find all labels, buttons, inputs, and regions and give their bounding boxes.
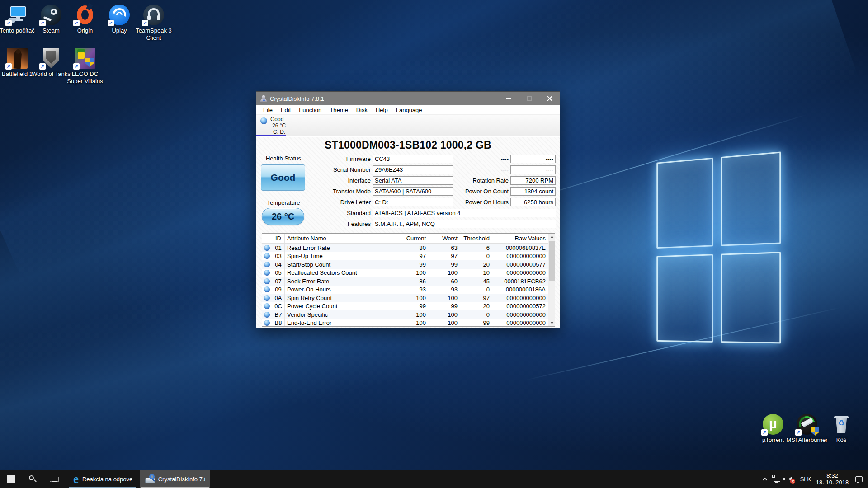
close-button[interactable]	[539, 92, 560, 105]
action-center-icon	[855, 476, 863, 482]
volume-tray-icon[interactable]: ✕	[783, 470, 797, 488]
smart-table-row[interactable]: 0A Spin Retry Count 100 100 97 000000000…	[262, 294, 555, 302]
info-row: Features S.M.A.R.T., APM, NCQ	[256, 218, 558, 229]
menu-item[interactable]: Edit	[277, 107, 295, 113]
maximize-button[interactable]	[519, 92, 539, 105]
disk-tab-status: Good	[270, 116, 286, 122]
info-label: ----	[446, 166, 510, 173]
info-value-field[interactable]: ----	[510, 165, 556, 174]
cell-worst: 60	[429, 277, 461, 286]
smart-table-row[interactable]: 01 Read Error Rate 80 63 6 00000680837E	[262, 244, 555, 252]
header-current: Current	[399, 234, 429, 243]
cell-id: B7	[272, 310, 285, 319]
info-value-field[interactable]: SATA/600 | SATA/600	[373, 187, 453, 196]
cell-threshold: 0	[461, 252, 493, 261]
cell-raw-values: 000000000000	[493, 269, 548, 277]
taskbar: e Reakcia na odpove... CrystalDiskInfo 7…	[0, 470, 868, 488]
cell-attribute-name: Read Error Rate	[285, 244, 399, 252]
info-label: Power On Hours	[446, 199, 510, 206]
shortcut-arrow-icon: ↗	[39, 20, 46, 26]
menu-item[interactable]: Language	[392, 107, 426, 113]
smart-table-row[interactable]: B8 End-to-End Error 100 100 99 000000000…	[262, 319, 555, 327]
tray-date: 18. 10. 2018	[816, 479, 849, 486]
clock[interactable]: 8:32 18. 10. 2018	[815, 470, 850, 488]
cell-current: 99	[399, 260, 429, 269]
start-button[interactable]	[0, 470, 22, 488]
info-label: Power On Count	[446, 188, 510, 195]
task-view-button[interactable]	[43, 470, 65, 488]
info-value-field[interactable]: Serial ATA	[373, 176, 453, 185]
desktop-icon-teamspeak[interactable]: ↗ TeamSpeak 3 Client	[133, 5, 175, 41]
smart-table-row[interactable]: 03 Spin-Up Time 97 97 0 000000000000	[262, 252, 555, 261]
smart-table-row[interactable]: 05 Reallocated Sectors Count 100 100 10 …	[262, 269, 555, 277]
info-value-field[interactable]: Z9A6EZ43	[373, 165, 453, 174]
info-value-field[interactable]: S.M.A.R.T., APM, NCQ	[373, 220, 556, 228]
language-indicator[interactable]: SLK	[797, 470, 815, 488]
cell-raw-values: 000000000000	[493, 294, 548, 302]
info-value-field[interactable]: 7200 RPM	[510, 176, 556, 185]
cell-threshold: 10	[461, 269, 493, 277]
cell-threshold: 0	[461, 310, 493, 319]
cell-attribute-name: Start/Stop Count	[285, 260, 399, 269]
desktop-icon-recycle-bin[interactable]: ♻ Kôš	[821, 414, 862, 444]
cell-worst: 99	[429, 302, 461, 311]
menu-item[interactable]: Theme	[326, 107, 352, 113]
smart-table-row[interactable]: 09 Power-On Hours 93 93 0 00000000186A	[262, 286, 555, 294]
smart-table-row[interactable]: 04 Start/Stop Count 99 99 20 00000000057…	[262, 260, 555, 269]
cell-worst: 93	[429, 286, 461, 294]
shortcut-arrow-icon: ↗	[73, 63, 80, 70]
info-value-field[interactable]: ----	[510, 155, 556, 163]
smart-table-header: ID Attribute Name Current Worst Threshol…	[262, 234, 555, 244]
cell-raw-values: 000000000000	[493, 252, 548, 261]
menu-item[interactable]: File	[259, 107, 277, 113]
cell-attribute-name: Power Cycle Count	[285, 302, 399, 311]
shortcut-arrow-icon: ↗	[73, 20, 80, 26]
info-row: ---- ----	[446, 164, 558, 175]
scrollbar-thumb[interactable]	[549, 241, 555, 281]
taskbar-edge-button[interactable]: e Reakcia na odpove...	[68, 470, 137, 488]
disk-select-bar[interactable]: Good 26 °C C: D:	[256, 115, 560, 136]
cell-raw-values: 000000000000	[493, 310, 548, 319]
cell-worst: 100	[429, 319, 461, 327]
minimize-button[interactable]	[499, 92, 519, 105]
menu-item[interactable]: Function	[295, 107, 326, 113]
scroll-down-arrow-icon[interactable]	[548, 319, 555, 326]
info-value-field[interactable]: 6250 hours	[510, 198, 556, 206]
info-label: Transfer Mode	[256, 188, 373, 195]
desktop-icon-lego-dc[interactable]: ↗ LEGO DC Super Villains	[64, 48, 106, 84]
search-button[interactable]	[22, 470, 43, 488]
window-titlebar[interactable]: CrystalDiskInfo 7.8.1	[256, 92, 560, 105]
info-label: Serial Number	[256, 166, 373, 173]
table-scrollbar[interactable]	[548, 234, 555, 326]
cell-attribute-name: Vendor Specific	[285, 310, 399, 319]
desktop-icon-label: Kôš	[821, 436, 862, 444]
action-center-button[interactable]	[850, 470, 868, 488]
cell-worst: 99	[429, 260, 461, 269]
smart-table-row[interactable]: 0C Power Cycle Count 99 99 20 0000000005…	[262, 302, 555, 311]
info-value-field[interactable]: ATA8-ACS | ATA8-ACS version 4	[373, 209, 556, 217]
cell-raw-values: 00000000186A	[493, 286, 548, 294]
show-hidden-icons-button[interactable]	[760, 470, 770, 488]
desktop-icon-label: TeamSpeak 3 Client	[133, 27, 175, 41]
cell-threshold: 97	[461, 294, 493, 302]
info-value-field[interactable]: 1394 count	[510, 187, 556, 196]
menu-item[interactable]: Help	[372, 107, 392, 113]
taskbar-crystaldiskinfo-button[interactable]: CrystalDiskInfo 7.8.1	[140, 470, 210, 488]
network-tray-icon[interactable]	[770, 470, 783, 488]
smart-table-row[interactable]: B7 Vendor Specific 100 100 0 00000000000…	[262, 310, 555, 319]
cell-worst: 100	[429, 310, 461, 319]
info-row: Interface Serial ATA	[256, 175, 455, 186]
smart-table-row[interactable]: 07 Seek Error Rate 86 60 45 0000181ECB62	[262, 277, 555, 286]
attribute-status-orb-icon	[264, 303, 270, 309]
info-value-field[interactable]: CC43	[373, 155, 453, 163]
recycle-bin-icon: ♻	[831, 414, 852, 435]
info-value-field[interactable]: C: D:	[373, 198, 453, 206]
info-label: Rotation Rate	[446, 177, 510, 184]
info-label: Features	[256, 221, 373, 227]
scroll-up-arrow-icon[interactable]	[548, 234, 555, 240]
app-icon	[260, 95, 267, 102]
cell-current: 93	[399, 286, 429, 294]
info-row: Transfer Mode SATA/600 | SATA/600	[256, 186, 455, 197]
drive-info-fields-left: Firmware CC43 Serial Number Z9A6EZ43 Int…	[256, 153, 455, 207]
menu-item[interactable]: Disk	[352, 107, 372, 113]
